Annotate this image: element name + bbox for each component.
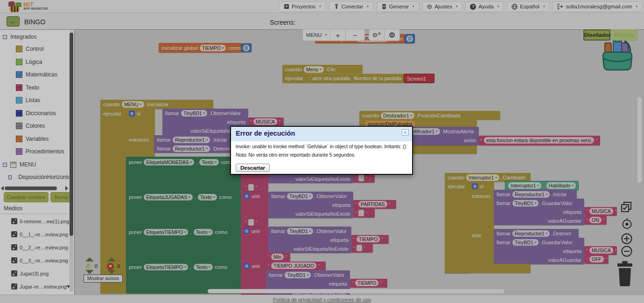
dismiss-button[interactable]: Descartar: [236, 164, 270, 172]
close-icon[interactable]: ×: [402, 129, 409, 136]
error-message: invoke: unable to invoke method `GetValu…: [236, 144, 406, 149]
error-dialog: Error de ejecución × invoke: unable to i…: [230, 126, 413, 175]
dialog-title: Error de ejecución: [236, 130, 295, 137]
app-inventor-blocks-editor: inicializar globalMONEDAS▾como 0 inicial…: [0, 0, 644, 303]
nota-label: Nota:: [236, 152, 247, 158]
nota-text: No verás otro error reportado durante 5 …: [247, 152, 356, 158]
error-text: invoke: unable to invoke method `GetValu…: [236, 144, 406, 149]
error-note: Nota: No verás otro error reportado dura…: [236, 152, 356, 158]
